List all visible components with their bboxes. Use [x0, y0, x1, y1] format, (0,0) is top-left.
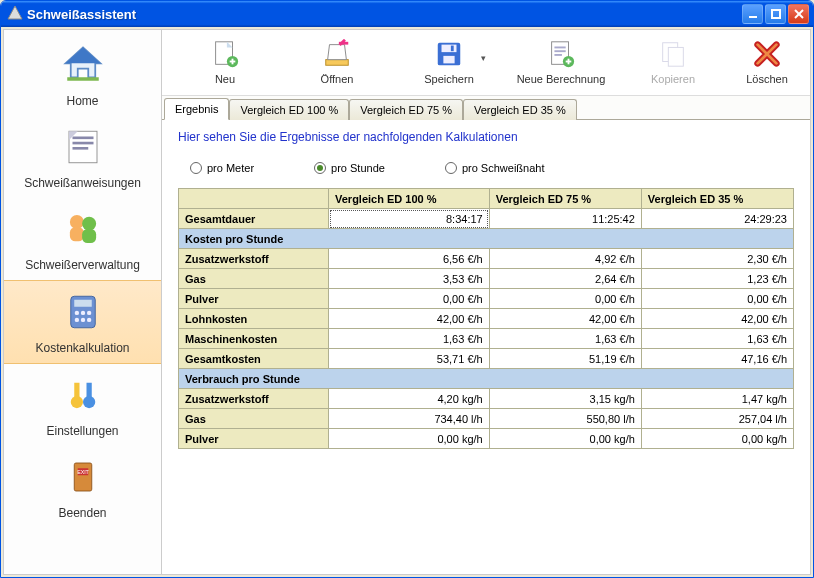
cell[interactable]: 257,04 l/h [641, 409, 793, 429]
radio-icon [445, 162, 457, 174]
cell[interactable]: 24:29:23 [641, 209, 793, 229]
speichern-button[interactable]: ▾ Speichern [394, 35, 504, 95]
svg-rect-1 [749, 16, 757, 18]
cell[interactable]: 0,00 €/h [329, 289, 490, 309]
kopieren-button[interactable]: Kopieren [618, 35, 728, 95]
table-row: Maschinenkosten1,63 €/h1,63 €/h1,63 €/h [179, 329, 794, 349]
cell[interactable]: 0,00 kg/h [329, 429, 490, 449]
sidebar-item-label: Beenden [58, 506, 106, 520]
sidebar: Home Schweißanweisungen Schweißerverwalt… [4, 30, 162, 574]
row-label: Lohnkosten [179, 309, 329, 329]
minimize-button[interactable] [742, 4, 763, 24]
radio-icon [314, 162, 326, 174]
svg-marker-38 [328, 44, 347, 59]
cell[interactable]: 4,20 kg/h [329, 389, 490, 409]
main: Neu Öffnen ▾ Speichern Neue Berechnung K… [162, 30, 810, 574]
cell[interactable]: 11:25:42 [489, 209, 641, 229]
svg-rect-48 [554, 54, 562, 56]
sidebar-item-home[interactable]: Home [4, 34, 161, 116]
table-row: Pulver0,00 €/h0,00 €/h0,00 €/h [179, 289, 794, 309]
cell[interactable]: 4,92 €/h [489, 249, 641, 269]
cell[interactable]: 51,19 €/h [489, 349, 641, 369]
svg-marker-6 [65, 48, 100, 64]
panel: Hier sehen Sie die Ergebnisse der nachfo… [162, 120, 810, 574]
loeschen-button[interactable]: Löschen [732, 35, 802, 95]
cell[interactable]: 2,30 €/h [641, 249, 793, 269]
table-row: Gesamtkosten53,71 €/h51,19 €/h47,16 €/h [179, 349, 794, 369]
people-icon [62, 208, 104, 250]
cell[interactable]: 47,16 €/h [641, 349, 793, 369]
tab-vergleich-35[interactable]: Vergleich ED 35 % [463, 99, 577, 120]
svg-rect-27 [74, 383, 79, 399]
radio-pro-schweissnaht[interactable]: pro Schweißnaht [445, 162, 545, 174]
radio-label: pro Stunde [331, 162, 385, 174]
cell[interactable]: 0,00 €/h [489, 289, 641, 309]
neu-button[interactable]: Neu [170, 35, 280, 95]
toolbar-label: Neue Berechnung [517, 73, 606, 85]
svg-rect-10 [72, 142, 93, 145]
sidebar-item-beenden[interactable]: EXIT Beenden [4, 446, 161, 528]
sidebar-item-einstellungen[interactable]: Einstellungen [4, 364, 161, 446]
svg-point-19 [74, 311, 78, 315]
radio-pro-stunde[interactable]: pro Stunde [314, 162, 385, 174]
svg-rect-36 [232, 58, 234, 64]
row-label: Zusatzwerkstoff [179, 249, 329, 269]
row-label: Pulver [179, 429, 329, 449]
info-text: Hier sehen Sie die Ergebnisse der nachfo… [178, 130, 794, 144]
svg-point-22 [74, 318, 78, 322]
cell[interactable]: 42,00 €/h [641, 309, 793, 329]
cell[interactable]: 8:34:17 [329, 209, 490, 229]
cell[interactable]: 1,47 kg/h [641, 389, 793, 409]
table-row: Zusatzwerkstoff6,56 €/h4,92 €/h2,30 €/h [179, 249, 794, 269]
tab-vergleich-75[interactable]: Vergleich ED 75 % [349, 99, 463, 120]
cell[interactable]: 1,63 €/h [489, 329, 641, 349]
neueberechnung-button[interactable]: Neue Berechnung [506, 35, 616, 95]
cell[interactable]: 0,00 €/h [641, 289, 793, 309]
sidebar-item-schweissanweisungen[interactable]: Schweißanweisungen [4, 116, 161, 198]
section-label: Verbrauch pro Stunde [179, 369, 794, 389]
cell[interactable]: 1,23 €/h [641, 269, 793, 289]
radio-group: pro Meter pro Stunde pro Schweißnaht [178, 158, 794, 188]
cell[interactable]: 53,71 €/h [329, 349, 490, 369]
cell[interactable]: 2,64 €/h [489, 269, 641, 289]
svg-rect-29 [74, 463, 92, 491]
tab-ergebnis[interactable]: Ergebnis [164, 98, 229, 120]
cell[interactable]: 3,15 kg/h [489, 389, 641, 409]
window-title: Schweißassistent [27, 7, 742, 22]
radio-icon [190, 162, 202, 174]
cell[interactable]: 550,80 l/h [489, 409, 641, 429]
sidebar-item-schweisserverwaltung[interactable]: Schweißerverwaltung [4, 198, 161, 280]
cell[interactable]: 0,00 kg/h [641, 429, 793, 449]
cell[interactable]: 42,00 €/h [329, 309, 490, 329]
table-row: Pulver0,00 kg/h0,00 kg/h0,00 kg/h [179, 429, 794, 449]
sidebar-item-label: Einstellungen [46, 424, 118, 438]
section-kosten: Kosten pro Stunde [179, 229, 794, 249]
svg-rect-53 [668, 47, 683, 66]
radio-pro-meter[interactable]: pro Meter [190, 162, 254, 174]
close-button[interactable] [788, 4, 809, 24]
oeffnen-button[interactable]: Öffnen [282, 35, 392, 95]
cell[interactable]: 1,63 €/h [329, 329, 490, 349]
toolbar: Neu Öffnen ▾ Speichern Neue Berechnung K… [162, 30, 810, 96]
col-35: Vergleich ED 35 % [641, 189, 793, 209]
cell[interactable]: 3,53 €/h [329, 269, 490, 289]
cell[interactable]: 6,56 €/h [329, 249, 490, 269]
sidebar-item-kostenkalkulation[interactable]: Kostenkalkulation [4, 280, 161, 364]
cell[interactable]: 42,00 €/h [489, 309, 641, 329]
maximize-button[interactable] [765, 4, 786, 24]
toolbar-label: Löschen [746, 73, 788, 85]
tab-vergleich-100[interactable]: Vergleich ED 100 % [229, 99, 349, 120]
cell[interactable]: 0,00 kg/h [489, 429, 641, 449]
svg-point-23 [80, 318, 84, 322]
col-100: Vergleich ED 100 % [329, 189, 490, 209]
cell[interactable]: 1,63 €/h [641, 329, 793, 349]
row-label: Gesamtdauer [179, 209, 329, 229]
table-row: Gas734,40 l/h550,80 l/h257,04 l/h [179, 409, 794, 429]
radio-label: pro Schweißnaht [462, 162, 545, 174]
row-label: Pulver [179, 289, 329, 309]
dropdown-icon[interactable]: ▾ [481, 53, 486, 63]
svg-rect-18 [74, 300, 92, 307]
row-label: Gesamtkosten [179, 349, 329, 369]
svg-point-13 [69, 215, 83, 229]
cell[interactable]: 734,40 l/h [329, 409, 490, 429]
